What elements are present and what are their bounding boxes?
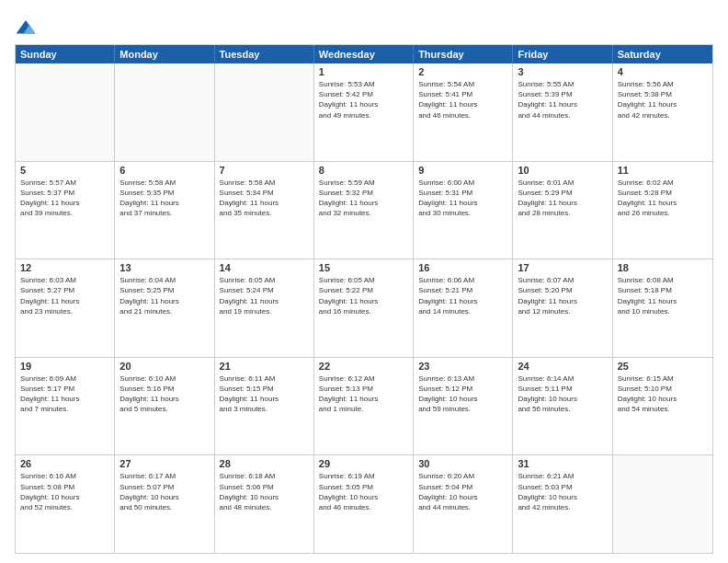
header-day-tuesday: Tuesday [215, 45, 314, 63]
empty-cell [215, 63, 314, 161]
day-cell-16: 16Sunrise: 6:06 AMSunset: 5:21 PMDayligh… [414, 259, 513, 357]
day-cell-28: 28Sunrise: 6:18 AMSunset: 5:06 PMDayligh… [215, 455, 314, 553]
cell-text-line: Daylight: 11 hours [518, 198, 607, 208]
day-cell-7: 7Sunrise: 5:58 AMSunset: 5:34 PMDaylight… [215, 162, 314, 259]
day-cell-1: 1Sunrise: 5:53 AMSunset: 5:42 PMDaylight… [314, 63, 414, 161]
day-number: 12 [20, 262, 109, 273]
cell-text-line: Sunrise: 6:03 AM [20, 275, 109, 285]
day-number: 28 [220, 458, 309, 469]
day-cell-15: 15Sunrise: 6:05 AMSunset: 5:22 PMDayligh… [314, 259, 414, 357]
cell-text-line: Sunrise: 6:21 AM [518, 471, 607, 481]
cell-text-line: Sunset: 5:35 PM [119, 188, 209, 198]
cell-text-line: Daylight: 11 hours [418, 296, 507, 306]
day-number: 2 [418, 66, 507, 77]
calendar: SundayMondayTuesdayWednesdayThursdayFrid… [15, 44, 713, 554]
day-number: 27 [119, 458, 209, 469]
cell-text-line: Sunrise: 5:53 AM [319, 79, 408, 89]
cell-text-line: Daylight: 11 hours [518, 99, 607, 109]
cell-text-line: Sunset: 5:39 PM [518, 89, 607, 99]
cell-text-line: Daylight: 11 hours [418, 198, 507, 208]
cell-text-line: Sunset: 5:38 PM [618, 89, 708, 99]
cell-text-line: Daylight: 10 hours [518, 394, 607, 404]
cell-text-line: Sunrise: 5:58 AM [220, 178, 309, 188]
day-cell-29: 29Sunrise: 6:19 AMSunset: 5:05 PMDayligh… [314, 455, 414, 553]
day-number: 30 [418, 458, 507, 469]
logo-icon [15, 18, 37, 37]
day-number: 29 [319, 458, 408, 469]
calendar-row-3: 19Sunrise: 6:09 AMSunset: 5:17 PMDayligh… [16, 358, 712, 456]
cell-text-line: Sunset: 5:06 PM [220, 482, 309, 492]
day-cell-10: 10Sunrise: 6:01 AMSunset: 5:29 PMDayligh… [513, 162, 612, 259]
cell-text-line: Sunset: 5:03 PM [518, 482, 607, 492]
cell-text-line: Sunset: 5:05 PM [319, 482, 408, 492]
empty-cell [16, 63, 115, 161]
day-cell-11: 11Sunrise: 6:02 AMSunset: 5:28 PMDayligh… [613, 162, 712, 259]
cell-text-line: Sunset: 5:18 PM [618, 285, 708, 295]
day-number: 20 [119, 361, 209, 372]
cell-text-line: Sunrise: 5:56 AM [618, 79, 708, 89]
cell-text-line: and 42 minutes. [518, 502, 607, 512]
day-number: 23 [418, 361, 507, 372]
cell-text-line: and 46 minutes. [319, 502, 408, 512]
cell-text-line: Daylight: 11 hours [319, 394, 408, 404]
cell-text-line: Sunset: 5:20 PM [518, 285, 607, 295]
cell-text-line: and 5 minutes. [119, 404, 209, 414]
cell-text-line: and 10 minutes. [618, 306, 708, 316]
cell-text-line: Daylight: 11 hours [319, 198, 408, 208]
cell-text-line: and 52 minutes. [20, 502, 109, 512]
cell-text-line: Daylight: 10 hours [319, 492, 408, 502]
cell-text-line: Sunrise: 6:20 AM [418, 471, 507, 481]
cell-text-line: Daylight: 11 hours [518, 296, 607, 306]
cell-text-line: Sunrise: 5:55 AM [518, 79, 607, 89]
calendar-row-2: 12Sunrise: 6:03 AMSunset: 5:27 PMDayligh… [16, 259, 712, 358]
cell-text-line: and 23 minutes. [20, 306, 109, 316]
cell-text-line: Daylight: 11 hours [319, 296, 408, 306]
cell-text-line: Daylight: 11 hours [20, 198, 109, 208]
cell-text-line: Daylight: 11 hours [618, 198, 708, 208]
cell-text-line: and 46 minutes. [418, 110, 507, 121]
day-number: 5 [20, 165, 109, 176]
calendar-row-1: 5Sunrise: 5:57 AMSunset: 5:37 PMDaylight… [16, 162, 712, 260]
cell-text-line: Sunset: 5:34 PM [220, 188, 309, 198]
cell-text-line: Sunset: 5:25 PM [119, 285, 209, 295]
day-number: 8 [319, 165, 408, 176]
cell-text-line: Sunset: 5:04 PM [418, 482, 507, 492]
cell-text-line: and 26 minutes. [618, 208, 708, 218]
cell-text-line: Daylight: 11 hours [618, 296, 708, 306]
cell-text-line: Daylight: 11 hours [220, 296, 309, 306]
cell-text-line: and 14 minutes. [418, 306, 507, 316]
cell-text-line: Sunrise: 6:00 AM [418, 178, 507, 188]
day-number: 18 [618, 262, 708, 273]
cell-text-line: Sunset: 5:41 PM [418, 89, 507, 99]
cell-text-line: Sunrise: 6:16 AM [20, 471, 109, 481]
cell-text-line: Sunset: 5:28 PM [618, 188, 708, 198]
empty-cell [115, 63, 214, 161]
day-cell-23: 23Sunrise: 6:13 AMSunset: 5:12 PMDayligh… [414, 358, 513, 455]
cell-text-line: and 48 minutes. [220, 502, 309, 512]
day-number: 15 [319, 262, 408, 273]
cell-text-line: Daylight: 10 hours [220, 492, 309, 502]
cell-text-line: Daylight: 11 hours [618, 99, 708, 109]
day-number: 25 [618, 361, 708, 372]
page: SundayMondayTuesdayWednesdayThursdayFrid… [0, 0, 728, 563]
cell-text-line: Daylight: 11 hours [220, 394, 309, 404]
cell-text-line: Sunrise: 6:19 AM [319, 471, 408, 481]
day-number: 9 [418, 165, 507, 176]
cell-text-line: and 28 minutes. [518, 208, 607, 218]
day-number: 13 [119, 262, 209, 273]
day-number: 19 [20, 361, 109, 372]
cell-text-line: Daylight: 11 hours [119, 394, 209, 404]
day-number: 21 [220, 361, 309, 372]
day-cell-19: 19Sunrise: 6:09 AMSunset: 5:17 PMDayligh… [16, 358, 115, 455]
cell-text-line: Sunset: 5:32 PM [319, 188, 408, 198]
day-number: 26 [20, 458, 109, 469]
day-cell-8: 8Sunrise: 5:59 AMSunset: 5:32 PMDaylight… [314, 162, 414, 259]
day-number: 17 [518, 262, 607, 273]
cell-text-line: Sunrise: 6:12 AM [319, 373, 408, 384]
cell-text-line: Sunrise: 6:06 AM [418, 275, 507, 285]
cell-text-line: Sunrise: 5:58 AM [119, 178, 209, 188]
empty-cell [613, 455, 712, 553]
cell-text-line: Sunset: 5:29 PM [518, 188, 607, 198]
cell-text-line: and 50 minutes. [119, 502, 209, 512]
cell-text-line: Sunset: 5:22 PM [319, 285, 408, 295]
